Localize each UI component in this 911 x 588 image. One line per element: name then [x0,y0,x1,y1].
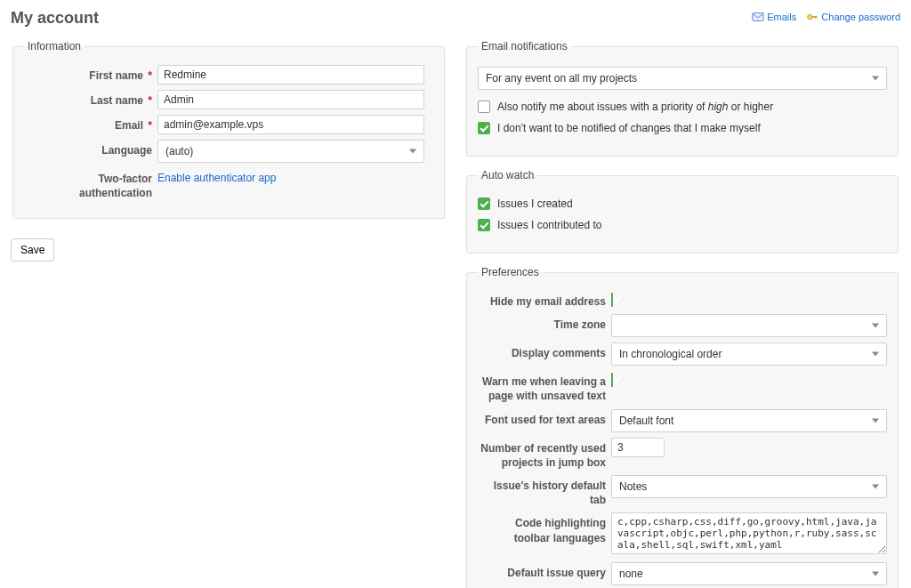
chevron-down-icon [872,418,879,423]
email-notifications-legend: Email notifications [478,40,571,52]
first-name-input[interactable] [157,65,424,85]
time-zone-select[interactable] [611,314,887,337]
history-tab-select[interactable]: Notes [611,475,887,498]
warn-unsaved-label: Warn me when leaving a page with unsaved… [478,371,606,403]
font-textarea-value: Default font [619,415,673,427]
no-self-notify-checkbox[interactable] [478,122,490,134]
hide-email-label: Hide my email address [478,291,606,309]
notification-option-value: For any event on all my projects [486,72,637,85]
contextual-actions: Emails Change password [745,11,900,25]
language-select-value: (auto) [165,145,193,157]
chevron-down-icon [409,149,416,154]
chevron-down-icon [872,572,879,576]
code-langs-label: Code highlighting toolbar languages [478,512,606,544]
email-label: Email * [24,115,152,133]
language-select[interactable]: (auto) [157,140,424,163]
preferences-legend: Preferences [478,266,543,278]
language-label: Language [24,140,152,157]
history-tab-label: Issue's history default tab [478,475,606,507]
hide-email-checkbox[interactable] [611,293,613,307]
autowatch-created-checkbox[interactable] [478,197,490,210]
emails-link[interactable]: Emails [752,11,796,23]
chevron-down-icon [872,77,879,81]
preferences-box: Preferences Hide my email address Time z… [466,266,899,588]
last-name-input[interactable] [157,90,424,109]
also-notify-checkbox[interactable] [478,101,490,113]
display-comments-label: Display comments [478,342,606,360]
key-icon [806,11,818,23]
recent-projects-input[interactable] [611,438,665,457]
last-name-label: Last name * [24,90,152,108]
save-button[interactable]: Save [11,238,54,262]
svg-rect-3 [816,16,817,19]
history-tab-value: Notes [619,480,647,493]
enable-authenticator-link[interactable]: Enable authenticator app [157,172,276,184]
autowatch-contributed-checkbox[interactable] [478,219,490,231]
default-issue-query-label: Default issue query [478,562,606,580]
change-password-label: Change password [821,12,900,22]
email-notifications-box: Email notifications For any event on all… [466,40,899,157]
font-textarea-label: Font used for text areas [478,409,606,427]
auto-watch-legend: Auto watch [478,169,537,181]
autowatch-created-label: Issues I created [497,197,573,210]
default-issue-query-select[interactable]: none [611,562,887,585]
email-icon [752,11,764,23]
first-name-label: First name * [24,65,152,83]
also-notify-label: Also notify me about issues with a prior… [497,101,773,113]
information-legend: Information [24,40,85,52]
warn-unsaved-checkbox[interactable] [611,373,613,387]
emails-link-label: Emails [767,12,796,22]
time-zone-label: Time zone [478,314,606,332]
default-issue-query-value: none [619,568,643,580]
code-langs-textarea[interactable] [611,512,887,554]
chevron-down-icon [872,484,879,488]
svg-rect-0 [753,13,763,21]
twofa-label: Two-factor authentication [24,168,152,200]
chevron-down-icon [872,324,879,328]
information-box: Information First name * Last name * Ema… [12,40,445,219]
autowatch-contributed-label: Issues I contributed to [497,219,601,231]
font-textarea-select[interactable]: Default font [611,409,887,432]
recent-projects-label: Number of recently used projects in jump… [478,438,606,470]
notification-option-select[interactable]: For any event on all my projects [478,67,887,90]
display-comments-select[interactable]: In chronological order [611,342,887,366]
display-comments-value: In chronological order [619,348,722,360]
chevron-down-icon [872,352,879,357]
auto-watch-box: Auto watch Issues I created Issues I con… [466,169,899,254]
email-input[interactable] [157,115,424,134]
no-self-notify-label: I don't want to be notified of changes t… [497,122,761,134]
change-password-link[interactable]: Change password [806,11,900,23]
